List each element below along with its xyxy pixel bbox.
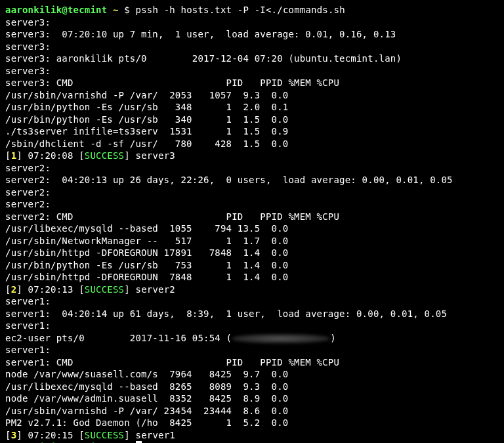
line-s2-proc-4: /usr/sbin/httpd -DFOREGROUN 7848 1 1.4 0… bbox=[5, 272, 288, 282]
line-s3-proc-1: /usr/bin/python -Es /usr/sb 348 1 2.0 0.… bbox=[5, 102, 288, 112]
line-s2-label-2: server2: bbox=[5, 187, 51, 198]
line-s2-uptime: server2: 04:20:13 up 26 days, 22:26, 0 u… bbox=[5, 175, 453, 185]
line-s1-proc-2: node /var/www/admin.suasell 8352 8425 8.… bbox=[5, 393, 288, 404]
line-s3-header: server3: CMD PID PPID %MEM %CPU bbox=[5, 77, 339, 88]
line-s2-proc-3: /usr/bin/python -Es /usr/sb 753 1 1.4 0.… bbox=[5, 260, 288, 270]
prompt-symbol: $ bbox=[124, 5, 130, 15]
line-s2-result: [2] 07:20:13 [SUCCESS] server2 bbox=[5, 284, 175, 295]
line-s2-proc-1: /usr/sbin/NetworkManager -- 517 1 1.7 0.… bbox=[5, 236, 288, 246]
line-s1-uptime: server1: 04:20:14 up 61 days, 8:39, 1 us… bbox=[5, 308, 447, 319]
terminal-output[interactable]: aaronkilik@tecmint ~ $ pssh -h hosts.txt… bbox=[0, 0, 504, 443]
line-s3-proc-2: /usr/bin/python -Es /usr/sb 340 1 1.5 0.… bbox=[5, 114, 288, 125]
line-s3-proc-0: /usr/sbin/varnishd -P /var/ 2053 1057 9.… bbox=[5, 90, 288, 100]
line-s3-result: [1] 07:20:08 [SUCCESS] server3 bbox=[5, 150, 175, 161]
line-s1-who: ec2-user pts/0 2017-11-16 05:54 () bbox=[5, 333, 336, 343]
line-s2-label-3: server2: bbox=[5, 199, 51, 209]
line-s1-proc-4: PM2 v2.7.1: God Daemon (/ho 8425 1 5.2 0… bbox=[5, 417, 288, 428]
line-s1-label-1: server1: bbox=[5, 296, 51, 306]
line-s1-proc-0: node /var/www/suasell.com/s 7964 8425 9.… bbox=[5, 369, 288, 379]
line-s3-who: server3: aaronkilik pts/0 2017-12-04 07:… bbox=[5, 53, 402, 64]
line-s2-label-1: server2: bbox=[5, 163, 51, 173]
prompt-path: ~ bbox=[113, 5, 119, 15]
line-s2-proc-0: /usr/libexec/mysqld --based 1055 794 13.… bbox=[5, 223, 288, 234]
line-s3-label-3: server3: bbox=[5, 66, 51, 76]
line-s3-uptime: server3: 07:20:10 up 7 min, 1 user, load… bbox=[5, 29, 396, 39]
line-s1-result: [3] 07:20:15 [SUCCESS] server1 bbox=[5, 430, 175, 440]
line-s2-header: server2: CMD PID PPID %MEM %CPU bbox=[5, 211, 339, 222]
line-s3-label-2: server3: bbox=[5, 41, 51, 52]
command-text: pssh -h hosts.txt -P -I<./commands.sh bbox=[136, 5, 345, 15]
line-s1-label-3: server1: bbox=[5, 345, 51, 355]
line-s1-header: server1: CMD PID PPID %MEM %CPU bbox=[5, 357, 339, 368]
line-s1-label-2: server1: bbox=[5, 320, 51, 331]
line-s3-proc-4: /sbin/dhclient -d -sf /usr/ 780 428 1.5 … bbox=[5, 138, 288, 149]
prompt-user-host: aaronkilik@tecmint bbox=[5, 5, 107, 15]
line-s3-proc-3: ./ts3server inifile=ts3serv 1531 1 1.5 0… bbox=[5, 126, 288, 137]
redacted-host bbox=[232, 334, 330, 343]
line-s1-proc-1: /usr/libexec/mysqld --based 8265 8089 9.… bbox=[5, 381, 288, 392]
line-s2-proc-2: /usr/sbin/httpd -DFOREGROUN 17891 7848 1… bbox=[5, 247, 288, 258]
line-s1-proc-3: /usr/sbin/varnishd -P /var/ 23454 23444 … bbox=[5, 406, 288, 416]
line-s3-label-1: server3: bbox=[5, 17, 51, 28]
